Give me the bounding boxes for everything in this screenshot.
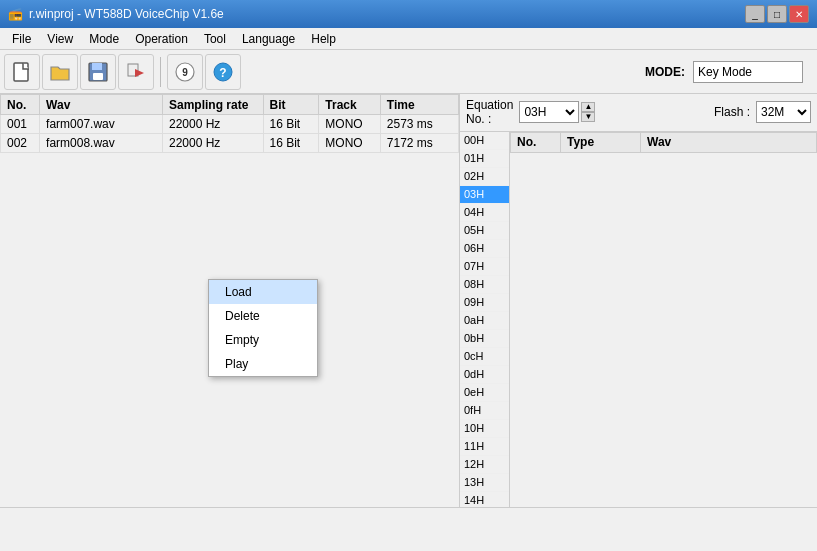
equation-label: Equation No. : [466,98,513,127]
eq-col-type: Type [561,132,641,152]
wav-panel: No. Wav Sampling rate Bit Track Time 001… [0,94,460,507]
mode-input[interactable] [693,61,803,83]
eq-num-item[interactable]: 11H [460,438,509,456]
help-button[interactable]: ? [205,54,241,90]
flash-combo[interactable]: 8M16M32M64M [756,101,811,123]
context-menu-play[interactable]: Play [209,352,317,376]
menu-language[interactable]: Language [234,30,303,48]
title-bar-left: 📻 r.winproj - WT588D VoiceChip V1.6e [8,7,224,21]
menu-operation[interactable]: Operation [127,30,196,48]
top-panel: No. Wav Sampling rate Bit Track Time 001… [0,94,817,507]
eq-num-item[interactable]: 0cH [460,348,509,366]
wav-col-time: Time [380,95,458,115]
eq-num-item[interactable]: 00H [460,132,509,150]
eq-num-item[interactable]: 0fH [460,402,509,420]
svg-rect-3 [93,73,103,80]
svg-text:9: 9 [182,67,188,78]
eq-col-wav: Wav [641,132,817,152]
spin-up-button[interactable]: ▲ [581,102,595,112]
equation-numbers: 00H01H02H03H04H05H06H07H08H09H0aH0bH0cH0… [460,132,510,507]
context-menu-delete[interactable]: Delete [209,304,317,328]
menu-view[interactable]: View [39,30,81,48]
eq-num-item[interactable]: 0dH [460,366,509,384]
flash-section: Flash : 8M16M32M64M [714,101,811,123]
mode-label: MODE: [645,65,685,79]
menu-tool[interactable]: Tool [196,30,234,48]
wav-col-no: No. [1,95,40,115]
equation-no-combo[interactable]: 00H01H02H03H04H05H06H07H08H09H0aH0bH0cH0… [519,101,579,123]
eq-num-item[interactable]: 09H [460,294,509,312]
equation-list-area: 00H01H02H03H04H05H06H07H08H09H0aH0bH0cH0… [460,132,817,507]
app-icon: 📻 [8,7,23,21]
equation-header: Equation No. : 00H01H02H03H04H05H06H07H0… [460,94,817,132]
title-bar: 📻 r.winproj - WT588D VoiceChip V1.6e _ □… [0,0,817,28]
eq-num-item[interactable]: 13H [460,474,509,492]
eq-detail-table: No. Type Wav [510,132,817,153]
wav-col-wav: Wav [40,95,163,115]
open-button[interactable] [42,54,78,90]
spin-down-button[interactable]: ▼ [581,112,595,122]
new-button[interactable] [4,54,40,90]
eq-num-item[interactable]: 02H [460,168,509,186]
wav-table-row[interactable]: 002farm008.wav22000 Hz16 BitMONO7172 ms [1,134,459,153]
wav-col-rate: Sampling rate [162,95,263,115]
wav-col-bit: Bit [263,95,319,115]
toolbar-separator-1 [160,57,161,87]
close-button[interactable]: ✕ [789,5,809,23]
eq-num-item[interactable]: 12H [460,456,509,474]
eq-col-no: No. [511,132,561,152]
toolbar: 9 ? MODE: [0,50,817,94]
context-menu-empty[interactable]: Empty [209,328,317,352]
build-button[interactable] [118,54,154,90]
eq-num-item[interactable]: 0eH [460,384,509,402]
svg-text:?: ? [219,65,226,79]
menu-file[interactable]: File [4,30,39,48]
equation-no-select: 00H01H02H03H04H05H06H07H08H09H0aH0bH0cH0… [519,101,595,123]
main-content: No. Wav Sampling rate Bit Track Time 001… [0,94,817,529]
number-button[interactable]: 9 [167,54,203,90]
title-bar-controls[interactable]: _ □ ✕ [745,5,809,23]
status-bar [0,507,817,529]
eq-num-item[interactable]: 01H [460,150,509,168]
context-menu-load[interactable]: Load [209,280,317,304]
wav-table: No. Wav Sampling rate Bit Track Time 001… [0,94,459,153]
eq-num-item[interactable]: 0aH [460,312,509,330]
menu-mode[interactable]: Mode [81,30,127,48]
svg-rect-2 [92,63,102,70]
menu-help[interactable]: Help [303,30,344,48]
equation-panel: Equation No. : 00H01H02H03H04H05H06H07H0… [460,94,817,507]
eq-num-item[interactable]: 0bH [460,330,509,348]
svg-rect-0 [14,63,28,81]
wav-table-row[interactable]: 001farm007.wav22000 Hz16 BitMONO2573 ms [1,115,459,134]
eq-num-item[interactable]: 08H [460,276,509,294]
save-button[interactable] [80,54,116,90]
equation-spinner: ▲ ▼ [581,102,595,122]
eq-num-item[interactable]: 03H [460,186,509,204]
eq-num-item[interactable]: 07H [460,258,509,276]
eq-num-item[interactable]: 04H [460,204,509,222]
maximize-button[interactable]: □ [767,5,787,23]
minimize-button[interactable]: _ [745,5,765,23]
menu-bar: File View Mode Operation Tool Language H… [0,28,817,50]
eq-num-item[interactable]: 14H [460,492,509,507]
mode-section: MODE: [645,61,813,83]
context-menu: Load Delete Empty Play [208,279,318,377]
flash-label: Flash : [714,105,750,119]
eq-num-item[interactable]: 10H [460,420,509,438]
wav-col-track: Track [319,95,380,115]
eq-num-item[interactable]: 05H [460,222,509,240]
eq-num-item[interactable]: 06H [460,240,509,258]
equation-detail: No. Type Wav [510,132,817,507]
app-title: r.winproj - WT588D VoiceChip V1.6e [29,7,224,21]
